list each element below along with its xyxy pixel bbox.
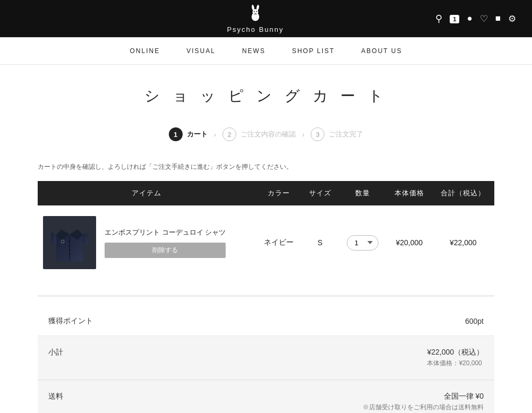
nav-aboutus[interactable]: ABOUT US xyxy=(361,47,402,55)
step-1: 1 カート xyxy=(169,127,208,141)
col-qty: 数量 xyxy=(339,181,387,205)
product-color: ネイビー xyxy=(256,205,302,280)
product-base-price: ¥20,000 xyxy=(387,205,432,280)
step-3-label: ご注文完了 xyxy=(329,130,363,139)
product-size: S xyxy=(302,205,339,280)
shipping-label: 送料 xyxy=(48,392,63,401)
settings-icon[interactable]: ⚙ xyxy=(508,13,516,24)
shipping-value: 全国一律 ¥0 xyxy=(363,392,484,401)
page-content: シ ョ ッ ピ ン グ カ ー ト 1 カート › 2 ご注文内容の確認 › 3… xyxy=(27,65,505,413)
logo: Psycho Bunny xyxy=(80,4,431,33)
delete-button[interactable]: 削除する xyxy=(105,243,226,258)
step-2-num: 2 xyxy=(222,127,236,141)
points-value: 600pt xyxy=(465,317,484,325)
shirt-icon xyxy=(51,221,88,264)
col-total: 合計（税込） xyxy=(432,181,494,205)
col-color: カラー xyxy=(256,181,302,205)
subtotal-label: 小計 xyxy=(48,348,63,357)
logo-text: Psycho Bunny xyxy=(227,25,284,33)
header-right: ⚲ 1 ● ♡ ■ ⚙ xyxy=(431,13,516,24)
svg-marker-11 xyxy=(51,232,56,245)
shipping-sub: ※店舗受け取りをご利用の場合は送料無料 xyxy=(363,403,484,412)
header: Psycho Bunny ⚲ 1 ● ♡ ■ ⚙ xyxy=(0,0,532,37)
checkout-steps: 1 カート › 2 ご注文内容の確認 › 3 ご注文完了 xyxy=(38,127,494,141)
product-total-price: ¥22,000 xyxy=(432,205,494,280)
svg-point-4 xyxy=(254,11,255,12)
subtotal-sub: 本体価格：¥20,000 xyxy=(427,359,484,368)
product-image xyxy=(43,216,96,269)
cart-table: アイテム カラー サイズ 数量 本体価格 合計（税込） xyxy=(38,181,494,280)
cart-badge[interactable]: 1 xyxy=(450,14,459,23)
subtotal-section: 小計 ¥22,000（税込） 本体価格：¥20,000 送料 全国一律 ¥0 ※… xyxy=(38,336,494,413)
subtotal-row: 小計 ¥22,000（税込） 本体価格：¥20,000 xyxy=(38,336,494,380)
col-size: サイズ xyxy=(302,181,339,205)
subtotal-value-wrap: ¥22,000（税込） 本体価格：¥20,000 xyxy=(427,348,484,368)
logo-icon xyxy=(246,4,265,23)
product-name: エンボスプリント コーデュロイ シャツ xyxy=(105,227,226,238)
subtotal-value: ¥22,000（税込） xyxy=(427,348,484,357)
table-row: エンボスプリント コーデュロイ シャツ 削除する ネイビー S 1 2 3 4 … xyxy=(38,205,494,280)
heart-icon[interactable]: ♡ xyxy=(480,13,488,24)
cart-divider xyxy=(38,296,494,296)
col-item: アイテム xyxy=(38,181,256,205)
shipping-value-wrap: 全国一律 ¥0 ※店舗受け取りをご利用の場合は送料無料 xyxy=(363,392,484,412)
step-arrow-2: › xyxy=(302,131,304,139)
user-icon[interactable]: ■ xyxy=(495,13,501,24)
points-label: 獲得ポイント xyxy=(48,316,93,326)
product-cell: エンボスプリント コーデュロイ シャツ 削除する xyxy=(38,205,256,280)
step-2-label: ご注文内容の確認 xyxy=(241,130,296,139)
step-2: 2 ご注文内容の確認 xyxy=(222,127,296,141)
step-1-num: 1 xyxy=(169,127,183,141)
svg-marker-12 xyxy=(83,232,88,245)
search-icon[interactable]: ⚲ xyxy=(435,13,442,24)
nav-online[interactable]: ONLINE xyxy=(130,47,160,55)
nav-shoplist[interactable]: SHOP LIST xyxy=(292,47,334,55)
product-info: エンボスプリント コーデュロイ シャツ 削除する xyxy=(105,227,226,258)
step-3-num: 3 xyxy=(311,127,324,141)
qty-select[interactable]: 1 2 3 4 5 xyxy=(347,235,379,251)
pin-icon[interactable]: ● xyxy=(467,13,472,24)
svg-point-5 xyxy=(256,11,257,12)
points-row: 獲得ポイント 600pt xyxy=(38,307,494,336)
product-qty: 1 2 3 4 5 xyxy=(339,205,387,280)
step-1-label: カート xyxy=(187,130,208,139)
page-title: シ ョ ッ ピ ン グ カ ー ト xyxy=(38,86,494,106)
cart-count[interactable]: 1 xyxy=(450,15,459,23)
main-nav: ONLINE VISUAL NEWS SHOP LIST ABOUT US xyxy=(0,37,532,65)
step-arrow-1: › xyxy=(214,131,216,139)
col-base-price: 本体価格 xyxy=(387,181,432,205)
nav-visual[interactable]: VISUAL xyxy=(186,47,216,55)
nav-news[interactable]: NEWS xyxy=(242,47,265,55)
step-3: 3 ご注文完了 xyxy=(311,127,363,141)
cart-instruction: カートの中身を確認し、よろしければ「ご注文手続きに進む」ボタンを押してください。 xyxy=(38,162,494,171)
shipping-row: 送料 全国一律 ¥0 ※店舗受け取りをご利用の場合は送料無料 xyxy=(38,380,494,413)
